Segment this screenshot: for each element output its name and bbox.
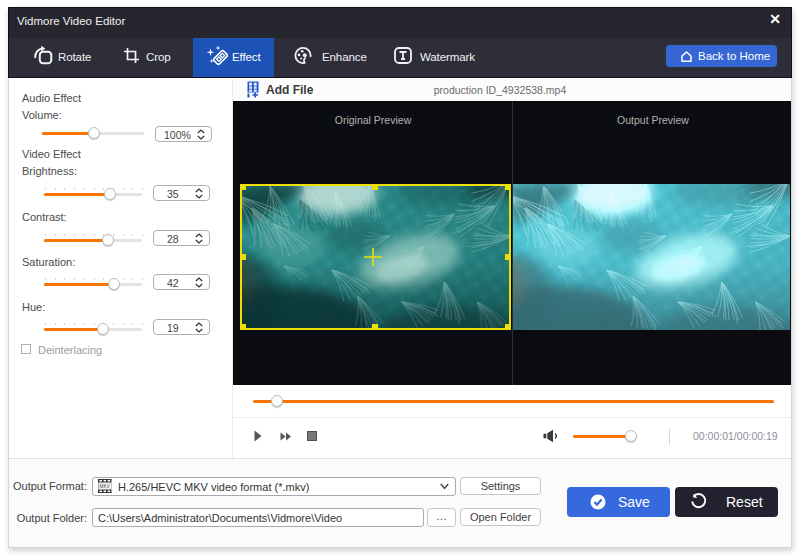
svg-text:MKV: MKV (100, 484, 111, 489)
